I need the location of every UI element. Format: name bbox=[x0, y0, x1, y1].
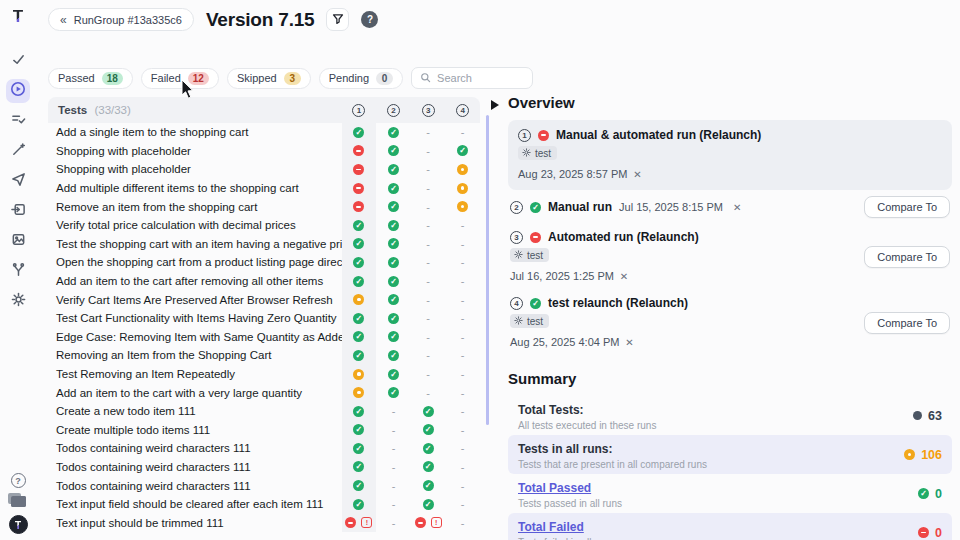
run-number-1: 1 bbox=[518, 129, 531, 142]
sidebar-item-run-circle[interactable] bbox=[6, 79, 30, 103]
table-row[interactable]: Text input should be trimmed 111!-!- bbox=[48, 513, 480, 532]
run-card[interactable]: 3Automated run (Relaunch)testJul 16, 202… bbox=[508, 224, 952, 290]
run-column-header-4[interactable]: 4 bbox=[445, 104, 480, 117]
table-row[interactable]: Remove an item from the shopping cart✓- bbox=[48, 197, 480, 216]
run-card[interactable]: 4✓test relaunch (Relaunch)testAug 25, 20… bbox=[508, 290, 952, 356]
table-row[interactable]: Add an item to the cart after removing a… bbox=[48, 272, 480, 291]
user-avatar[interactable]: T bbox=[9, 515, 28, 534]
sidebar-item-list-check[interactable] bbox=[6, 109, 30, 133]
no-status-dash: - bbox=[461, 405, 465, 417]
test-name: Test Cart Functionality with Items Havin… bbox=[48, 312, 342, 324]
sidebar-item-image-report[interactable] bbox=[6, 229, 30, 253]
sidebar-item-gear[interactable] bbox=[6, 289, 30, 313]
passed-status-icon: ✓ bbox=[423, 499, 434, 510]
status-cell: ✓ bbox=[411, 461, 446, 472]
table-row[interactable]: Add a single item to the shopping cart✓✓… bbox=[48, 123, 480, 142]
compare-to-button[interactable]: Compare To bbox=[864, 246, 950, 268]
status-cell: ✓ bbox=[342, 328, 377, 347]
sidebar-item-box-import[interactable] bbox=[6, 199, 30, 223]
filter-button[interactable] bbox=[326, 8, 349, 31]
test-name: Create multiple todo items 111 bbox=[48, 424, 342, 436]
passed-status-icon: ✓ bbox=[423, 480, 434, 491]
no-status-dash: - bbox=[426, 387, 430, 399]
summary-value: ✓0 bbox=[918, 487, 942, 501]
summary-link[interactable]: Total Passed bbox=[518, 481, 591, 495]
run-title: Manual run bbox=[548, 200, 612, 214]
table-row[interactable]: Text input field should be cleared after… bbox=[48, 495, 480, 514]
comment-badge-icon[interactable]: ! bbox=[361, 517, 372, 528]
summary-link[interactable]: Total Failed bbox=[518, 520, 584, 534]
no-status-dash: - bbox=[392, 442, 396, 454]
no-status-dash: - bbox=[426, 312, 430, 324]
gear-icon bbox=[514, 250, 523, 261]
status-cell: ✓ bbox=[376, 257, 411, 268]
compare-to-button[interactable]: Compare To bbox=[864, 196, 950, 218]
left-sidebar: T ?T bbox=[0, 0, 36, 540]
status-cell: ✓ bbox=[376, 369, 411, 380]
no-status-dash: - bbox=[392, 461, 396, 473]
comment-badge-icon[interactable]: ! bbox=[431, 517, 442, 528]
run-card[interactable]: 2✓Manual runJul 15, 2025 8:15 PM✕Compare… bbox=[508, 190, 952, 224]
help-circle-icon[interactable]: ? bbox=[11, 473, 26, 488]
collapse-panel-icon[interactable] bbox=[491, 100, 499, 110]
table-row[interactable]: Removing an Item from the Shopping Cart✓… bbox=[48, 346, 480, 365]
remove-run-icon[interactable]: ✕ bbox=[630, 169, 641, 180]
remove-run-icon[interactable]: ✕ bbox=[733, 202, 741, 213]
compare-to-button[interactable]: Compare To bbox=[864, 312, 950, 334]
filter-chip-passed[interactable]: Passed18 bbox=[48, 68, 133, 89]
sidebar-item-branch-fork[interactable] bbox=[6, 259, 30, 283]
filter-chip-failed[interactable]: Failed12 bbox=[141, 68, 219, 89]
question-mark-icon: ? bbox=[367, 14, 373, 25]
status-filter-chips: Passed18Failed12Skipped3Pending0 bbox=[48, 68, 403, 89]
rungroup-back-button[interactable]: « RunGroup #13a335c6 bbox=[48, 8, 194, 31]
table-row[interactable]: Verify total price calculation with deci… bbox=[48, 216, 480, 235]
status-cell: - bbox=[445, 238, 480, 250]
no-status-dash: - bbox=[461, 424, 465, 436]
status-cell: - bbox=[445, 275, 480, 287]
docs-folder-icon[interactable] bbox=[11, 496, 26, 507]
run-column-header-2[interactable]: 2 bbox=[376, 104, 411, 117]
table-row[interactable]: Test the shopping cart with an item havi… bbox=[48, 235, 480, 254]
summary-heading: Summary bbox=[508, 370, 952, 387]
help-button[interactable]: ? bbox=[361, 11, 378, 28]
run-card[interactable]: 1Manual & automated run (Relaunch)testAu… bbox=[508, 120, 952, 190]
sidebar-item-paper-plane[interactable] bbox=[6, 169, 30, 193]
status-cell: ✓ bbox=[376, 294, 411, 305]
table-row[interactable]: Open the shopping cart from a product li… bbox=[48, 253, 480, 272]
table-row[interactable]: Shopping with placeholder✓-✓ bbox=[48, 142, 480, 161]
run-tag-chip[interactable]: test bbox=[510, 248, 549, 262]
box-import-icon bbox=[11, 202, 26, 221]
filter-chip-pending[interactable]: Pending0 bbox=[319, 68, 403, 89]
table-row[interactable]: Test Cart Functionality with Items Havin… bbox=[48, 309, 480, 328]
status-cell bbox=[342, 179, 377, 198]
table-row[interactable]: Create multiple todo items 111✓-✓- bbox=[48, 421, 480, 440]
status-cell: - bbox=[445, 126, 480, 138]
table-row[interactable]: Add an item to the cart with a very larg… bbox=[48, 383, 480, 402]
table-row[interactable]: Todos containing weird characters 111✓-✓… bbox=[48, 439, 480, 458]
table-row[interactable]: Verify Cart Items Are Preserved After Br… bbox=[48, 290, 480, 309]
remove-run-icon[interactable]: ✕ bbox=[617, 271, 628, 282]
summary-row-text: Total Tests:All tests executed in these … bbox=[518, 400, 656, 431]
table-row[interactable]: Todos containing weird characters 111✓-✓… bbox=[48, 458, 480, 477]
run-tag-chip[interactable]: test bbox=[518, 146, 557, 160]
search-input[interactable] bbox=[437, 72, 523, 84]
table-row[interactable]: Add multiple different items to the shop… bbox=[48, 179, 480, 198]
sidebar-item-check[interactable] bbox=[6, 49, 30, 73]
filter-chip-skipped[interactable]: Skipped3 bbox=[227, 68, 311, 89]
table-row[interactable]: Test Removing an Item Repeatedly✓-- bbox=[48, 365, 480, 384]
run-column-header-3[interactable]: 3 bbox=[411, 104, 446, 117]
summary-subtitle: Tests that are present in all compared r… bbox=[518, 459, 707, 470]
no-status-dash: - bbox=[461, 442, 465, 454]
run-tag-chip[interactable]: test bbox=[510, 314, 549, 328]
table-row[interactable]: Create a new todo item 111✓-✓- bbox=[48, 402, 480, 421]
sidebar-item-wand[interactable] bbox=[6, 139, 30, 163]
run-circle-icon bbox=[10, 81, 26, 101]
table-row[interactable]: Edge Case: Removing Item with Same Quant… bbox=[48, 328, 480, 347]
table-row[interactable]: Todos containing weird characters 111✓-✓… bbox=[48, 476, 480, 495]
search-box[interactable] bbox=[411, 67, 533, 89]
remove-run-icon[interactable]: ✕ bbox=[622, 337, 633, 348]
run-column-header-1[interactable]: 1 bbox=[342, 104, 377, 117]
panel-scrollbar[interactable] bbox=[486, 115, 489, 425]
table-row[interactable]: Shopping with placeholder✓- bbox=[48, 160, 480, 179]
status-cell bbox=[342, 197, 377, 216]
